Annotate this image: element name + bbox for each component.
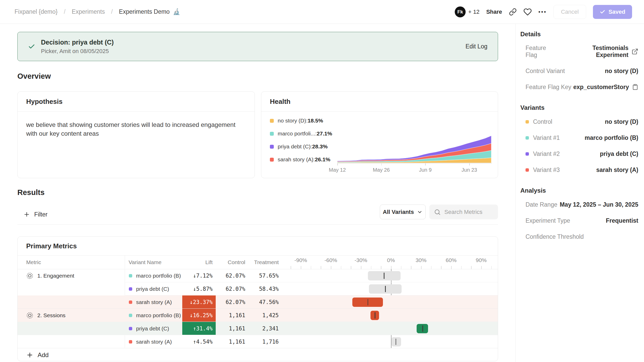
- hypothesis-title: Hypothesis: [18, 92, 255, 112]
- link-icon[interactable]: [509, 8, 517, 16]
- health-card: Health no story (D): 18.5% marco portfol…: [261, 91, 498, 178]
- variant-swatch: [129, 327, 132, 330]
- edit-log-button[interactable]: Edit Log: [466, 43, 487, 50]
- confidence-interval-cell: [285, 269, 493, 282]
- plus-icon: [23, 211, 30, 218]
- column-header-metric: Metric: [26, 256, 41, 269]
- variant-swatch: [129, 314, 132, 317]
- overview-heading: Overview: [17, 72, 51, 81]
- analysis-heading: Analysis: [520, 187, 638, 194]
- confidence-interval-bar: [391, 337, 401, 346]
- confidence-axis-header: -90% -60% -30% 0% 30% 60% 90%: [285, 256, 493, 269]
- hypothesis-body: we believe that showing customer stories…: [18, 112, 255, 138]
- legend-item: priya debt (C): 28.3%: [270, 143, 332, 150]
- check-icon: [600, 9, 605, 15]
- experiment-type-row: Experiment Type Frequentist: [526, 217, 638, 224]
- primary-metrics-title: Primary Metrics: [18, 237, 498, 256]
- decision-banner: Decision: priya debt (C) Picker, Amit on…: [17, 32, 498, 61]
- feature-flag-link[interactable]: Testimonials Experiment: [559, 45, 628, 59]
- health-title: Health: [261, 92, 498, 112]
- control-cell: 62.07%: [217, 282, 245, 295]
- external-link-icon[interactable]: [632, 48, 638, 55]
- variant-row-2: Variant #2 priya debt (C): [526, 150, 638, 157]
- axis-tick-ruler: [285, 266, 493, 269]
- table-row[interactable]: 1. Engagement marco portfolio (B) ↓7.12%…: [18, 269, 498, 282]
- column-header-variant: Variant Name: [129, 256, 162, 269]
- chart-axis-ticks: [337, 163, 491, 165]
- variant-row-3: Variant #3 sarah story (A): [526, 166, 638, 173]
- experiment-dashboard: Fixpanel {demo} / Experiments / Experime…: [0, 0, 644, 362]
- ci-point-estimate-mark: [385, 286, 386, 292]
- variant-swatch: [129, 300, 132, 304]
- cancel-button[interactable]: Cancel: [554, 5, 586, 19]
- chevron-down-icon: [417, 209, 423, 215]
- metric-cell: 1. Engagement: [26, 269, 74, 282]
- ci-point-estimate-mark: [375, 312, 375, 318]
- variant-swatch: [526, 136, 529, 140]
- hypothesis-card: Hypothesis we believe that showing custo…: [17, 91, 255, 178]
- control-cell: 62.07%: [217, 295, 245, 309]
- lift-cell: ↓7.12%: [182, 269, 216, 282]
- column-header-lift: Lift: [177, 256, 213, 269]
- ci-point-estimate-mark: [384, 273, 384, 279]
- ci-point-estimate-mark: [422, 325, 423, 332]
- microscope-emoji: 🔬: [173, 8, 180, 15]
- table-row[interactable]: priya debt (C) ↓5.87% 62.07% 58.43%: [18, 282, 498, 295]
- column-header-treatment: Treatment: [246, 256, 279, 269]
- divider: [17, 224, 498, 225]
- search-metrics-input[interactable]: [444, 209, 491, 215]
- confidence-interval-cell: [285, 335, 493, 348]
- variant-swatch: [129, 287, 132, 291]
- share-button[interactable]: Share: [486, 9, 502, 15]
- confidence-interval-cell: [285, 295, 493, 309]
- control-cell: 1,161: [217, 335, 245, 348]
- ci-point-estimate-mark: [396, 339, 396, 345]
- confidence-interval-cell: [285, 282, 493, 295]
- legend-item: sarah story (A): 26.1%: [270, 156, 332, 163]
- breadcrumb-separator: /: [111, 8, 113, 15]
- saved-button[interactable]: Saved: [593, 5, 632, 19]
- filter-button[interactable]: Filter: [23, 207, 47, 222]
- table-row[interactable]: sarah story (A) ↓23.37% 62.07% 47.56%: [18, 295, 498, 309]
- variants-dropdown[interactable]: All Variants: [380, 205, 426, 219]
- health-stacked-area-chart: [337, 135, 491, 163]
- treatment-cell: 58.43%: [248, 282, 279, 295]
- table-row[interactable]: sarah story (A) ↑4.54% 1,161 1,716: [18, 335, 498, 348]
- breadcrumb-project[interactable]: Fixpanel {demo}: [15, 8, 58, 15]
- variant-swatch: [129, 274, 132, 277]
- variant-swatch: [526, 120, 529, 124]
- breadcrumb-current: Experiments Demo: [119, 8, 170, 15]
- treatment-cell: 57.65%: [248, 269, 279, 282]
- column-header-control: Control: [215, 256, 245, 269]
- date-range-row: Date Range May 12, 2025 – Jun 30, 2025: [526, 201, 638, 208]
- variant-name: sarah story (A): [136, 335, 172, 348]
- breadcrumb-separator: /: [64, 8, 65, 15]
- top-bar: Fixpanel {demo} / Experiments / Experime…: [0, 0, 644, 24]
- collaborator-count[interactable]: + 12: [468, 9, 479, 15]
- table-row[interactable]: priya debt (C) ↑31.4% 1,161 2,341: [18, 322, 498, 335]
- metric-goal-icon: [26, 312, 33, 319]
- control-variant-row: Control Variant no story (D): [526, 67, 638, 75]
- variant-swatch: [526, 152, 529, 156]
- variant-swatch: [526, 168, 529, 172]
- metric-cell: 2. Sessions: [26, 309, 66, 322]
- breadcrumb-experiments[interactable]: Experiments: [72, 8, 105, 15]
- variant-name: marco portfolio (B): [136, 269, 181, 282]
- more-options-button[interactable]: •••: [538, 9, 547, 15]
- decision-title: Decision: priya debt (C): [41, 39, 114, 46]
- lift-cell: ↓23.37%: [182, 295, 216, 309]
- variant-name: marco portfolio (B): [136, 309, 181, 322]
- favorite-heart-icon[interactable]: [523, 8, 532, 16]
- table-row[interactable]: 2. Sessions marco portfolio (B) ↓16.25% …: [18, 309, 498, 322]
- confidence-threshold-row: Confidence Threshold: [526, 233, 638, 240]
- add-metric-button[interactable]: Add: [18, 348, 498, 361]
- check-icon: [28, 43, 35, 50]
- legend-swatch: [270, 119, 274, 123]
- legend-swatch: [270, 158, 274, 162]
- details-sidebar: Details Feature Flag Testimonials Experi…: [515, 24, 644, 362]
- control-cell: 1,161: [217, 309, 245, 322]
- search-metrics-box: [429, 205, 498, 219]
- avatar[interactable]: Fk: [455, 6, 466, 17]
- copy-clipboard-icon[interactable]: [632, 84, 638, 90]
- ci-point-estimate-mark: [368, 299, 368, 305]
